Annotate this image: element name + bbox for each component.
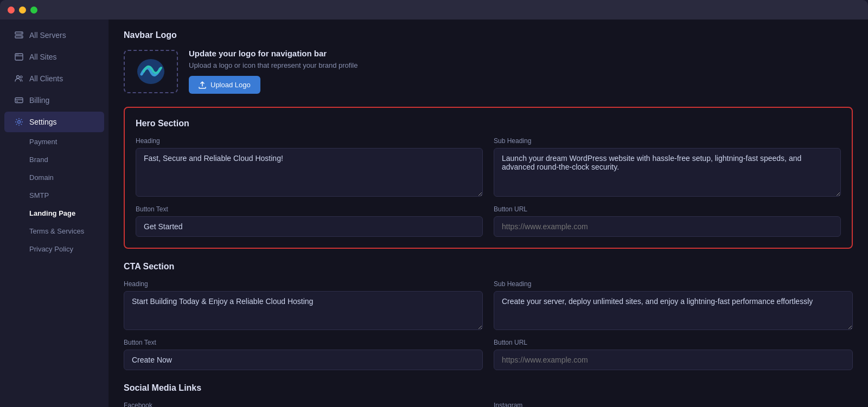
hero-section: Hero Section Heading Sub Heading Button … — [124, 107, 853, 249]
sidebar-item-billing[interactable]: Billing — [4, 90, 104, 111]
svg-point-7 — [17, 54, 18, 55]
upload-icon — [199, 81, 206, 89]
cta-subheading-input[interactable] — [494, 291, 853, 330]
sidebar-item-billing-label: Billing — [29, 96, 49, 105]
cta-button-text-input[interactable] — [124, 350, 483, 370]
facebook-group: Facebook — [124, 402, 483, 407]
hero-heading-input[interactable] — [136, 148, 483, 197]
hero-button-url-label: Button URL — [494, 205, 841, 213]
hero-heading-row: Heading Sub Heading — [136, 137, 841, 197]
sidebar-sub-privacy-policy[interactable]: Privacy Policy — [4, 241, 104, 257]
upload-logo-button[interactable]: Upload Logo — [189, 76, 260, 94]
cta-heading-input[interactable] — [124, 291, 483, 330]
hero-button-text-input[interactable] — [136, 216, 483, 237]
navbar-logo-area: Update your logo for navigation bar Uplo… — [124, 49, 853, 94]
svg-rect-12 — [16, 101, 18, 102]
logo-info: Update your logo for navigation bar Uplo… — [189, 49, 358, 94]
sidebar-sub-privacy-policy-label: Privacy Policy — [29, 245, 73, 253]
hero-subheading-input[interactable] — [494, 148, 841, 197]
close-button[interactable] — [8, 7, 15, 14]
minimize-button[interactable] — [19, 7, 26, 14]
app-layout: All Servers All Sites — [0, 20, 868, 407]
cta-button-text-label: Button Text — [124, 339, 483, 346]
cta-subheading-label: Sub Heading — [494, 280, 853, 288]
navbar-logo-title: Navbar Logo — [124, 30, 853, 40]
instagram-label: Instagram — [494, 402, 853, 407]
hero-button-url-input[interactable] — [494, 216, 841, 237]
window-chrome — [0, 0, 868, 20]
billing-icon — [14, 95, 24, 105]
cta-button-row: Button Text Button URL — [124, 339, 853, 370]
sidebar-sub-landing-page[interactable]: Landing Page — [4, 205, 104, 222]
cta-heading-group: Heading — [124, 280, 483, 330]
sidebar-item-all-sites-label: All Sites — [29, 53, 57, 61]
cta-button-text-group: Button Text — [124, 339, 483, 370]
logo-preview-box — [124, 50, 178, 93]
hero-button-row: Button Text Button URL — [136, 205, 841, 237]
hero-heading-label: Heading — [136, 137, 483, 145]
hero-button-text-label: Button Text — [136, 205, 483, 213]
cta-section: CTA Section Heading Sub Heading Button T… — [124, 262, 853, 370]
svg-point-13 — [18, 121, 21, 124]
cta-subheading-group: Sub Heading — [494, 280, 853, 330]
logo-info-title: Update your logo for navigation bar — [189, 49, 358, 58]
sidebar-item-all-clients-label: All Clients — [29, 74, 63, 83]
hero-subheading-group: Sub Heading — [494, 137, 841, 197]
logo-info-sub: Upload a logo or icon that represent you… — [189, 61, 358, 69]
hero-subheading-label: Sub Heading — [494, 137, 841, 145]
sidebar-item-all-sites[interactable]: All Sites — [4, 47, 104, 67]
sidebar-item-settings[interactable]: Settings — [4, 112, 104, 132]
upload-logo-label: Upload Logo — [210, 81, 251, 89]
cta-section-title: CTA Section — [124, 262, 853, 272]
social-media-section: Social Media Links Facebook Instagram — [124, 383, 853, 407]
traffic-lights — [8, 7, 37, 14]
svg-point-9 — [20, 76, 22, 78]
hero-button-text-group: Button Text — [136, 205, 483, 237]
sidebar-sub-brand[interactable]: Brand — [4, 151, 104, 168]
instagram-group: Instagram — [494, 402, 853, 407]
sidebar-sub-smtp[interactable]: SMTP — [4, 187, 104, 204]
sites-icon — [14, 52, 24, 62]
hero-button-url-group: Button URL — [494, 205, 841, 237]
sidebar-sub-payment[interactable]: Payment — [4, 133, 104, 150]
sidebar-sub-payment-label: Payment — [29, 138, 57, 146]
sidebar-sub-smtp-label: SMTP — [29, 191, 49, 199]
clients-icon — [14, 74, 24, 83]
sidebar: All Servers All Sites — [0, 20, 108, 407]
sidebar-sub-domain[interactable]: Domain — [4, 169, 104, 186]
svg-point-6 — [16, 54, 17, 55]
maximize-button[interactable] — [30, 7, 37, 14]
cta-button-url-input[interactable] — [494, 350, 853, 370]
settings-icon — [14, 117, 24, 127]
social-media-title: Social Media Links — [124, 383, 853, 393]
sidebar-sub-landing-page-label: Landing Page — [29, 209, 75, 217]
hero-heading-group: Heading — [136, 137, 483, 197]
servers-icon — [14, 30, 24, 40]
sidebar-sub-terms-services[interactable]: Terms & Services — [4, 223, 104, 240]
facebook-label: Facebook — [124, 402, 483, 407]
svg-point-2 — [21, 33, 22, 34]
sidebar-sub-brand-label: Brand — [29, 156, 48, 164]
svg-rect-10 — [15, 98, 23, 103]
social-field-row: Facebook Instagram — [124, 402, 853, 407]
sidebar-item-all-servers[interactable]: All Servers — [4, 25, 104, 46]
hero-section-title: Hero Section — [136, 119, 841, 128]
navbar-logo-section: Navbar Logo Update your logo for navigat… — [124, 30, 853, 94]
cta-heading-label: Heading — [124, 280, 483, 288]
svg-point-3 — [21, 36, 22, 37]
main-content: Navbar Logo Update your logo for navigat… — [108, 20, 868, 407]
sidebar-item-settings-label: Settings — [29, 118, 57, 126]
sidebar-sub-terms-services-label: Terms & Services — [29, 227, 84, 235]
sidebar-sub-domain-label: Domain — [29, 173, 54, 182]
cta-button-url-label: Button URL — [494, 339, 853, 346]
cta-heading-row: Heading Sub Heading — [124, 280, 853, 330]
svg-point-8 — [17, 76, 20, 79]
sidebar-item-all-clients[interactable]: All Clients — [4, 68, 104, 89]
sidebar-item-all-servers-label: All Servers — [29, 31, 66, 40]
cta-button-url-group: Button URL — [494, 339, 853, 370]
